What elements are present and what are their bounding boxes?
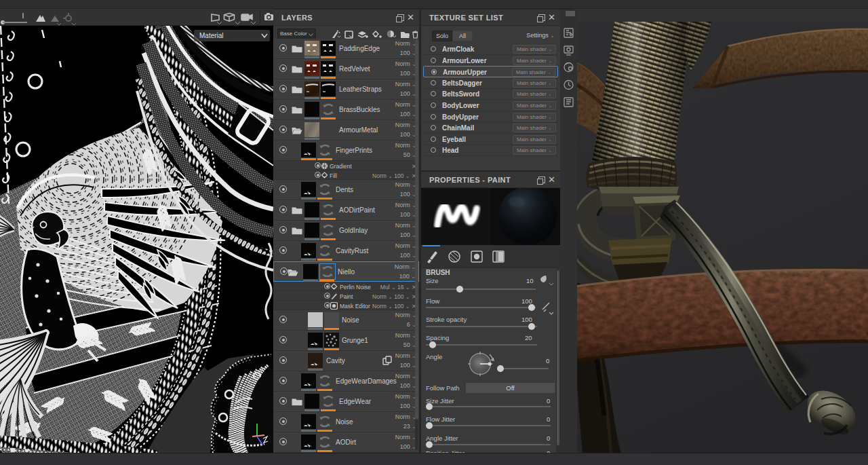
svg-text:Material: Material	[199, 32, 224, 39]
